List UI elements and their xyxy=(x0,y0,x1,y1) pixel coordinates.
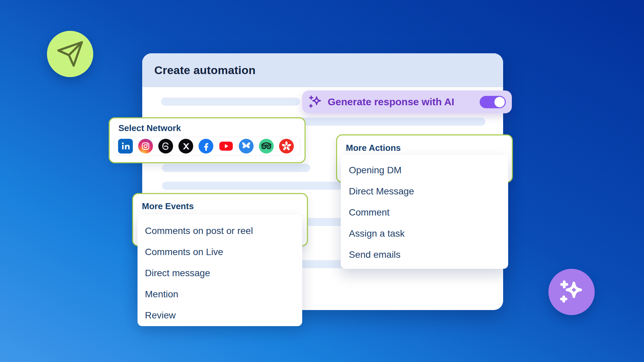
linkedin-icon[interactable] xyxy=(118,139,133,154)
page-title: Create automation xyxy=(154,64,256,77)
ai-toggle-label: Generate response with AI xyxy=(328,96,475,108)
more-actions-menu: Opening DM Direct Message Comment Assign… xyxy=(341,155,508,269)
menu-item-mention[interactable]: Mention xyxy=(138,284,302,305)
menu-item-direct-message[interactable]: Direct Message xyxy=(341,181,508,202)
ai-sparkle-icon xyxy=(308,94,323,110)
menu-item-comment[interactable]: Comment xyxy=(341,202,508,223)
more-events-label: More Events xyxy=(142,201,194,212)
menu-item-comments-post-reel[interactable]: Comments on post or reel xyxy=(138,220,302,241)
x-icon[interactable] xyxy=(178,139,193,154)
menu-item-assign-task[interactable]: Assign a task xyxy=(341,223,508,244)
menu-item-send-emails[interactable]: Send emails xyxy=(341,244,508,265)
skeleton-bar xyxy=(162,164,310,172)
ai-toggle[interactable] xyxy=(480,96,506,108)
instagram-icon[interactable] xyxy=(138,139,153,154)
bluesky-icon[interactable] xyxy=(239,139,254,154)
menu-item-comments-live[interactable]: Comments on Live xyxy=(138,241,302,262)
skeleton-bar xyxy=(161,98,300,106)
threads-icon[interactable] xyxy=(158,139,173,154)
card-header: Create automation xyxy=(142,53,503,87)
menu-item-direct-message[interactable]: Direct message xyxy=(138,262,302,284)
menu-item-opening-dm[interactable]: Opening DM xyxy=(341,160,508,181)
youtube-icon[interactable] xyxy=(219,139,233,154)
select-network-panel: Select Network xyxy=(109,117,306,163)
generate-ai-pill: Generate response with AI xyxy=(302,90,512,113)
menu-item-review[interactable]: Review xyxy=(138,305,302,326)
sparkle-icon xyxy=(558,278,585,306)
send-icon xyxy=(56,40,84,68)
more-events-menu: Comments on post or reel Comments on Liv… xyxy=(138,215,302,326)
tripadvisor-icon[interactable] xyxy=(259,139,274,154)
sparkle-badge xyxy=(548,269,595,315)
select-network-label: Select Network xyxy=(118,123,181,133)
page-background: Create automation Generate response with… xyxy=(0,0,644,362)
send-badge xyxy=(47,31,93,77)
facebook-icon[interactable] xyxy=(199,139,213,154)
yelp-icon[interactable] xyxy=(279,139,294,154)
network-strip xyxy=(114,137,301,156)
more-actions-label: More Actions xyxy=(346,143,401,153)
toggle-knob xyxy=(494,97,505,107)
